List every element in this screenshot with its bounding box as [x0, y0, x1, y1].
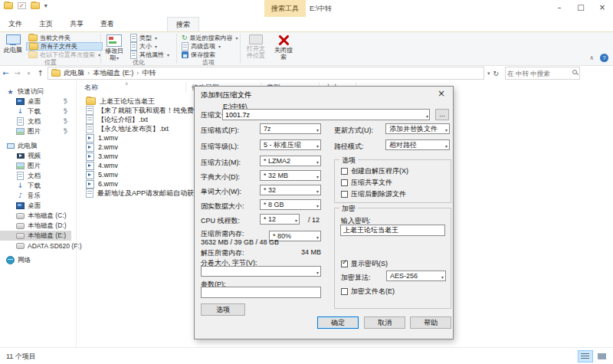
- current-folder-button[interactable]: 当前文件夹: [26, 34, 103, 42]
- back-icon[interactable]: ←: [0, 69, 11, 77]
- contextual-tab-search-tools: 搜索工具: [264, 0, 306, 17]
- column-header-name[interactable]: 名称: [84, 83, 98, 93]
- file-row[interactable]: 2.wmv: [86, 143, 118, 152]
- ok-button[interactable]: 确定: [317, 316, 359, 329]
- sidebar-item-documents-pc[interactable]: 文档: [0, 171, 76, 181]
- recent-searches-button[interactable]: ↻ 最近的搜索内容 ▾: [179, 34, 241, 42]
- encryption-method-select[interactable]: AES-256▾: [386, 271, 446, 281]
- file-row[interactable]: 【永久地址发布页】.txt: [86, 124, 169, 133]
- close-button[interactable]: ×: [592, 0, 613, 17]
- parameters-input[interactable]: [201, 287, 321, 298]
- minimize-button[interactable]: –: [549, 0, 570, 17]
- collapse-ribbon-icon[interactable]: ∧: [589, 54, 594, 61]
- pin-icon: [63, 119, 68, 124]
- maximize-button[interactable]: □: [570, 0, 592, 17]
- update-mode-select[interactable]: 添加并替换文件▾: [385, 123, 450, 134]
- solid-block-select[interactable]: * 8 GB▾: [260, 199, 321, 210]
- sidebar-item-pictures[interactable]: 图片: [0, 126, 76, 136]
- advanced-options-button[interactable]: 高级选项 ▾: [179, 42, 241, 51]
- breadcrumb-drive-e[interactable]: 本地磁盘 (E:): [93, 68, 133, 78]
- recent-locations-icon[interactable]: ▾: [23, 71, 34, 77]
- qat-dropdown-icon[interactable]: ▾: [44, 2, 48, 9]
- search-icon: [572, 70, 577, 74]
- dialog-close-icon[interactable]: ×: [430, 87, 453, 102]
- file-row[interactable]: 1.wmv: [86, 133, 118, 143]
- encrypt-names-checkbox-row[interactable]: 加密文件名(E): [341, 287, 395, 297]
- kind-button[interactable]: 类型 ▾: [128, 34, 172, 42]
- checkbox-unchecked[interactable]: [341, 288, 348, 295]
- format-select[interactable]: 7z▾: [260, 123, 321, 134]
- chevron-down-icon: ▾: [295, 216, 297, 225]
- sidebar-item-drive-d[interactable]: 本地磁盘 (D:): [0, 221, 76, 231]
- show-password-checkbox-row[interactable]: ✓ 显示密码(S): [341, 259, 388, 269]
- search-input[interactable]: [506, 70, 569, 77]
- tab-home[interactable]: 主页: [31, 17, 61, 31]
- shared-files-checkbox-row[interactable]: 压缩共享文件: [341, 178, 392, 188]
- sidebar-item-desktop-pc[interactable]: 桌面: [0, 201, 76, 211]
- sidebar-item-drive-c[interactable]: 本地磁盘 (C:): [0, 211, 76, 221]
- archive-name-input[interactable]: [222, 109, 430, 120]
- path-mode-select[interactable]: 相对路径▾: [385, 139, 450, 150]
- checkbox-unchecked[interactable]: [341, 179, 348, 186]
- sidebar-item-desktop[interactable]: 桌面: [0, 97, 76, 107]
- sidebar-item-downloads-pc[interactable]: ↓ 下载: [0, 181, 76, 191]
- browse-button[interactable]: ...: [435, 109, 449, 120]
- qat-properties-icon[interactable]: ✓: [18, 2, 26, 9]
- sidebar-item-pictures-pc[interactable]: 图片: [0, 161, 76, 171]
- word-size-select[interactable]: * 32▾: [260, 185, 321, 195]
- large-icons-view-button[interactable]: [595, 350, 610, 362]
- search-box[interactable]: [505, 67, 580, 80]
- tab-file[interactable]: 文件: [0, 17, 31, 31]
- qat-folder-icon[interactable]: [4, 2, 13, 9]
- file-row[interactable]: 6.wmv: [86, 179, 118, 189]
- address-bar[interactable]: 此电脑 › 本地磁盘 (E:) › 中转: [48, 67, 484, 80]
- sidebar-item-network[interactable]: 网络: [0, 255, 76, 265]
- options-button[interactable]: 选项: [201, 303, 245, 316]
- sidebar-item-drive-e[interactable]: 本地磁盘 (E:): [0, 231, 71, 241]
- sidebar-item-this-pc[interactable]: 此电脑: [0, 141, 76, 151]
- file-row[interactable]: 3.wmv: [86, 152, 118, 161]
- file-row[interactable]: 上老王论坛当老王: [86, 97, 155, 106]
- close-search-button[interactable]: 关闭搜索: [270, 32, 297, 65]
- sidebar-item-quick-access[interactable]: ★ 快速访问: [0, 87, 76, 97]
- sidebar-item-downloads[interactable]: ↓ 下载: [0, 107, 76, 116]
- delete-after-checkbox-row[interactable]: 压缩后删除源文件: [341, 189, 406, 199]
- breadcrumb-chevron-icon: ›: [87, 70, 90, 77]
- checkbox-unchecked[interactable]: [341, 191, 348, 198]
- tab-share[interactable]: 共享: [61, 17, 92, 31]
- archive-dropdown-icon[interactable]: ▾: [426, 112, 428, 120]
- cpu-threads-select[interactable]: * 12▾: [260, 214, 300, 225]
- breadcrumb-folder[interactable]: 中转: [142, 68, 156, 78]
- video-file-icon: [86, 171, 94, 179]
- qat-new-folder-icon[interactable]: [31, 2, 40, 9]
- file-row[interactable]: 【论坛介绍】.txt: [86, 115, 148, 124]
- method-select[interactable]: * LZMA2▾: [260, 156, 321, 166]
- sidebar-item-music[interactable]: ♪ 音乐: [0, 191, 76, 201]
- open-file-location-button[interactable]: 打开文件位置: [241, 32, 270, 65]
- level-select[interactable]: 5 - 标准压缩▾: [260, 139, 321, 150]
- help-icon[interactable]: ?: [600, 54, 608, 62]
- up-icon[interactable]: ↑: [34, 69, 46, 77]
- refresh-icon[interactable]: ↻: [493, 70, 500, 77]
- help-button[interactable]: 帮助: [410, 316, 451, 329]
- forward-icon[interactable]: →: [11, 69, 23, 77]
- address-dropdown-icon[interactable]: ▾: [487, 71, 490, 77]
- breadcrumb-this-pc[interactable]: 此电脑: [64, 68, 84, 78]
- tab-search[interactable]: 搜索: [167, 17, 199, 31]
- all-subfolders-button[interactable]: 所有子文件夹: [26, 42, 103, 51]
- checkbox-unchecked[interactable]: [341, 168, 348, 175]
- password-input[interactable]: [340, 225, 445, 236]
- dictionary-select[interactable]: * 32 MB▾: [260, 170, 321, 181]
- volume-size-select[interactable]: ▾: [201, 266, 321, 277]
- cancel-button[interactable]: 取消: [364, 316, 405, 329]
- sidebar-item-videos[interactable]: 视频: [0, 151, 76, 161]
- file-row[interactable]: 4.wmv: [86, 161, 118, 170]
- file-row[interactable]: 5.wmv: [86, 170, 118, 179]
- sidebar-item-drive-f[interactable]: ADATA SD620 (F:): [0, 241, 76, 251]
- tab-view[interactable]: 查看: [92, 17, 123, 31]
- sidebar-item-documents[interactable]: 文档: [0, 116, 76, 126]
- details-view-button[interactable]: [578, 350, 593, 362]
- checkbox-checked[interactable]: ✓: [341, 261, 348, 267]
- size-button[interactable]: 大小 ▾: [128, 42, 172, 51]
- sfx-checkbox-row[interactable]: 创建自解压程序(X): [341, 166, 408, 176]
